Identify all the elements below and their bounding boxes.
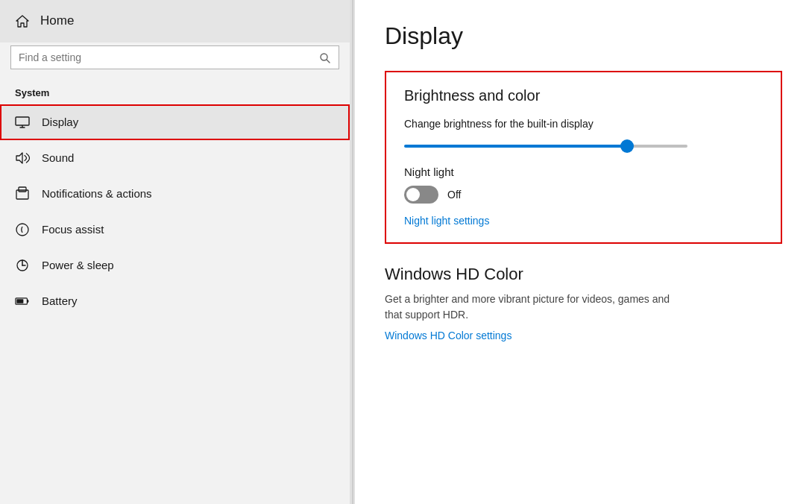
svg-rect-12	[16, 299, 23, 303]
svg-line-1	[327, 60, 330, 63]
sidebar: Home System Display	[0, 0, 350, 504]
windows-hd-color-section: Windows HD Color Get a brighter and more…	[385, 265, 782, 342]
search-input[interactable]	[19, 51, 319, 63]
sidebar-item-focus-assist-label: Focus assist	[42, 223, 104, 236]
svg-rect-2	[16, 117, 29, 125]
sidebar-item-battery-label: Battery	[42, 294, 78, 307]
toggle-knob	[406, 188, 420, 201]
windows-hd-title: Windows HD Color	[385, 265, 782, 284]
night-light-toggle[interactable]	[404, 186, 438, 204]
svg-rect-7	[19, 187, 26, 192]
sound-icon	[15, 151, 30, 166]
toggle-state-label: Off	[447, 189, 461, 201]
brightness-section-title: Brightness and color	[404, 87, 763, 104]
sidebar-item-notifications[interactable]: Notifications & actions	[0, 176, 350, 212]
windows-hd-desc: Get a brighter and more vibrant picture …	[385, 292, 782, 323]
sidebar-item-sound[interactable]: Sound	[0, 140, 350, 176]
power-sleep-icon	[15, 258, 30, 273]
battery-icon	[15, 294, 30, 309]
night-light-toggle-row: Off	[404, 186, 763, 204]
home-label: Home	[40, 13, 74, 28]
brightness-color-section: Brightness and color Change brightness f…	[385, 71, 782, 244]
brightness-slider-container	[404, 137, 763, 151]
sidebar-item-home[interactable]: Home	[0, 0, 350, 42]
home-icon	[15, 13, 30, 29]
sidebar-item-notifications-label: Notifications & actions	[42, 187, 152, 200]
sidebar-item-sound-label: Sound	[42, 151, 74, 164]
sidebar-item-battery[interactable]: Battery	[0, 283, 350, 319]
sidebar-section-system: System	[0, 80, 350, 104]
windows-hd-color-link[interactable]: Windows HD Color settings	[385, 330, 512, 341]
svg-marker-5	[16, 153, 22, 163]
sidebar-item-focus-assist[interactable]: Focus assist	[0, 212, 350, 248]
sidebar-item-power-sleep-label: Power & sleep	[42, 259, 114, 271]
brightness-label: Change brightness for the built-in displ…	[404, 118, 763, 130]
sidebar-item-display-label: Display	[42, 116, 78, 128]
sidebar-item-power-sleep[interactable]: Power & sleep	[0, 248, 350, 283]
notifications-icon	[15, 186, 30, 201]
main-content: Display Brightness and color Change brig…	[355, 0, 812, 504]
search-box[interactable]	[10, 45, 339, 69]
night-light-settings-link[interactable]: Night light settings	[404, 215, 489, 227]
display-icon	[15, 115, 30, 130]
brightness-slider[interactable]	[404, 145, 687, 148]
page-title: Display	[385, 22, 782, 50]
sidebar-item-display[interactable]: Display	[0, 104, 350, 140]
search-icon	[319, 51, 331, 64]
focus-assist-icon	[15, 222, 30, 237]
night-light-label: Night light	[404, 166, 763, 178]
